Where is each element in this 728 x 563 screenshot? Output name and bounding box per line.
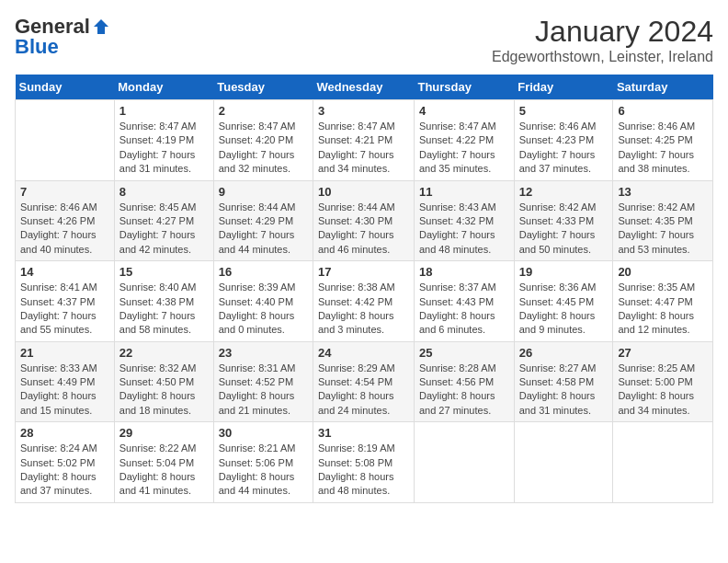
day-number: 18 (419, 265, 509, 279)
calendar-cell: 22Sunrise: 8:32 AM Sunset: 4:50 PM Dayli… (114, 341, 213, 422)
cell-content: Sunrise: 8:47 AM Sunset: 4:20 PM Dayligh… (219, 120, 308, 177)
day-number: 6 (618, 104, 708, 118)
calendar-cell: 3Sunrise: 8:47 AM Sunset: 4:21 PM Daylig… (313, 100, 414, 181)
day-number: 17 (318, 265, 409, 279)
cell-content: Sunrise: 8:35 AM Sunset: 4:47 PM Dayligh… (618, 281, 708, 338)
day-number: 12 (519, 185, 609, 199)
calendar-header-row: Sunday Monday Tuesday Wednesday Thursday… (16, 75, 713, 100)
cell-content: Sunrise: 8:43 AM Sunset: 4:32 PM Dayligh… (419, 201, 509, 258)
calendar-week-5: 28Sunrise: 8:24 AM Sunset: 5:02 PM Dayli… (16, 422, 713, 503)
calendar-cell: 15Sunrise: 8:40 AM Sunset: 4:38 PM Dayli… (114, 261, 213, 342)
calendar-cell: 2Sunrise: 8:47 AM Sunset: 4:20 PM Daylig… (213, 100, 313, 181)
header-sunday: Sunday (16, 75, 115, 100)
header-saturday: Saturday (613, 75, 713, 100)
calendar-cell: 13Sunrise: 8:42 AM Sunset: 4:35 PM Dayli… (613, 180, 713, 261)
cell-content: Sunrise: 8:47 AM Sunset: 4:19 PM Dayligh… (119, 120, 209, 177)
day-number: 22 (119, 346, 209, 360)
cell-content: Sunrise: 8:33 AM Sunset: 4:49 PM Dayligh… (20, 362, 109, 419)
calendar-week-3: 14Sunrise: 8:41 AM Sunset: 4:37 PM Dayli… (16, 261, 713, 342)
day-number: 29 (119, 426, 209, 440)
cell-content: Sunrise: 8:46 AM Sunset: 4:25 PM Dayligh… (618, 120, 708, 177)
cell-content: Sunrise: 8:44 AM Sunset: 4:30 PM Dayligh… (318, 201, 409, 258)
cell-content: Sunrise: 8:47 AM Sunset: 4:22 PM Dayligh… (419, 120, 509, 177)
cell-content: Sunrise: 8:42 AM Sunset: 4:35 PM Dayligh… (618, 201, 708, 258)
day-number: 23 (219, 346, 308, 360)
cell-content: Sunrise: 8:22 AM Sunset: 5:04 PM Dayligh… (119, 442, 209, 499)
calendar-week-2: 7Sunrise: 8:46 AM Sunset: 4:26 PM Daylig… (16, 180, 713, 261)
day-number: 7 (20, 185, 109, 199)
calendar-cell: 8Sunrise: 8:45 AM Sunset: 4:27 PM Daylig… (114, 180, 213, 261)
cell-content: Sunrise: 8:44 AM Sunset: 4:29 PM Dayligh… (219, 201, 308, 258)
calendar-cell (613, 422, 713, 503)
day-number: 16 (219, 265, 308, 279)
day-number: 8 (119, 185, 209, 199)
cell-content: Sunrise: 8:40 AM Sunset: 4:38 PM Dayligh… (119, 281, 209, 338)
calendar-cell: 16Sunrise: 8:39 AM Sunset: 4:40 PM Dayli… (213, 261, 313, 342)
header-thursday: Thursday (414, 75, 514, 100)
calendar-cell: 28Sunrise: 8:24 AM Sunset: 5:02 PM Dayli… (16, 422, 115, 503)
day-number: 3 (318, 104, 409, 118)
calendar-cell (514, 422, 613, 503)
calendar-cell: 17Sunrise: 8:38 AM Sunset: 4:42 PM Dayli… (313, 261, 414, 342)
calendar-cell: 21Sunrise: 8:33 AM Sunset: 4:49 PM Dayli… (16, 341, 115, 422)
calendar-week-4: 21Sunrise: 8:33 AM Sunset: 4:49 PM Dayli… (16, 341, 713, 422)
calendar-cell: 29Sunrise: 8:22 AM Sunset: 5:04 PM Dayli… (114, 422, 213, 503)
calendar-cell: 11Sunrise: 8:43 AM Sunset: 4:32 PM Dayli… (414, 180, 514, 261)
day-number: 14 (20, 265, 109, 279)
title-block: January 2024 Edgeworthstown, Leinster, I… (492, 15, 713, 65)
day-number: 1 (119, 104, 209, 118)
calendar-cell: 18Sunrise: 8:37 AM Sunset: 4:43 PM Dayli… (414, 261, 514, 342)
page-title: January 2024 (492, 15, 713, 49)
svg-marker-0 (94, 19, 108, 34)
cell-content: Sunrise: 8:28 AM Sunset: 4:56 PM Dayligh… (419, 362, 509, 419)
day-number: 2 (219, 104, 308, 118)
calendar-cell: 25Sunrise: 8:28 AM Sunset: 4:56 PM Dayli… (414, 341, 514, 422)
calendar-week-1: 1Sunrise: 8:47 AM Sunset: 4:19 PM Daylig… (16, 100, 713, 181)
cell-content: Sunrise: 8:21 AM Sunset: 5:06 PM Dayligh… (219, 442, 308, 499)
calendar-cell: 14Sunrise: 8:41 AM Sunset: 4:37 PM Dayli… (16, 261, 115, 342)
calendar-table: Sunday Monday Tuesday Wednesday Thursday… (15, 75, 713, 503)
day-number: 11 (419, 185, 509, 199)
day-number: 5 (519, 104, 609, 118)
calendar-cell: 31Sunrise: 8:19 AM Sunset: 5:08 PM Dayli… (313, 422, 414, 503)
cell-content: Sunrise: 8:45 AM Sunset: 4:27 PM Dayligh… (119, 201, 209, 258)
cell-content: Sunrise: 8:47 AM Sunset: 4:21 PM Dayligh… (318, 120, 409, 177)
calendar-cell: 1Sunrise: 8:47 AM Sunset: 4:19 PM Daylig… (114, 100, 213, 181)
cell-content: Sunrise: 8:38 AM Sunset: 4:42 PM Dayligh… (318, 281, 409, 338)
cell-content: Sunrise: 8:32 AM Sunset: 4:50 PM Dayligh… (119, 362, 209, 419)
page-subtitle: Edgeworthstown, Leinster, Ireland (492, 49, 713, 65)
header-wednesday: Wednesday (313, 75, 414, 100)
cell-content: Sunrise: 8:19 AM Sunset: 5:08 PM Dayligh… (318, 442, 409, 499)
calendar-cell: 19Sunrise: 8:36 AM Sunset: 4:45 PM Dayli… (514, 261, 613, 342)
calendar-cell: 20Sunrise: 8:35 AM Sunset: 4:47 PM Dayli… (613, 261, 713, 342)
calendar-cell: 30Sunrise: 8:21 AM Sunset: 5:06 PM Dayli… (213, 422, 313, 503)
calendar-cell: 27Sunrise: 8:25 AM Sunset: 5:00 PM Dayli… (613, 341, 713, 422)
logo-icon (92, 17, 110, 36)
calendar-cell: 9Sunrise: 8:44 AM Sunset: 4:29 PM Daylig… (213, 180, 313, 261)
cell-content: Sunrise: 8:46 AM Sunset: 4:23 PM Dayligh… (519, 120, 609, 177)
cell-content: Sunrise: 8:39 AM Sunset: 4:40 PM Dayligh… (219, 281, 308, 338)
calendar-cell: 7Sunrise: 8:46 AM Sunset: 4:26 PM Daylig… (16, 180, 115, 261)
day-number: 28 (20, 426, 109, 440)
calendar-cell: 26Sunrise: 8:27 AM Sunset: 4:58 PM Dayli… (514, 341, 613, 422)
day-number: 13 (618, 185, 708, 199)
cell-content: Sunrise: 8:27 AM Sunset: 4:58 PM Dayligh… (519, 362, 609, 419)
header-friday: Friday (514, 75, 613, 100)
cell-content: Sunrise: 8:31 AM Sunset: 4:52 PM Dayligh… (219, 362, 308, 419)
day-number: 26 (519, 346, 609, 360)
calendar-cell: 24Sunrise: 8:29 AM Sunset: 4:54 PM Dayli… (313, 341, 414, 422)
day-number: 30 (219, 426, 308, 440)
day-number: 9 (219, 185, 308, 199)
cell-content: Sunrise: 8:41 AM Sunset: 4:37 PM Dayligh… (20, 281, 109, 338)
day-number: 21 (20, 346, 109, 360)
calendar-cell: 4Sunrise: 8:47 AM Sunset: 4:22 PM Daylig… (414, 100, 514, 181)
cell-content: Sunrise: 8:25 AM Sunset: 5:00 PM Dayligh… (618, 362, 708, 419)
cell-content: Sunrise: 8:42 AM Sunset: 4:33 PM Dayligh… (519, 201, 609, 258)
calendar-cell: 23Sunrise: 8:31 AM Sunset: 4:52 PM Dayli… (213, 341, 313, 422)
cell-content: Sunrise: 8:37 AM Sunset: 4:43 PM Dayligh… (419, 281, 509, 338)
day-number: 10 (318, 185, 409, 199)
cell-content: Sunrise: 8:29 AM Sunset: 4:54 PM Dayligh… (318, 362, 409, 419)
calendar-cell: 12Sunrise: 8:42 AM Sunset: 4:33 PM Dayli… (514, 180, 613, 261)
header-monday: Monday (114, 75, 213, 100)
calendar-cell: 5Sunrise: 8:46 AM Sunset: 4:23 PM Daylig… (514, 100, 613, 181)
